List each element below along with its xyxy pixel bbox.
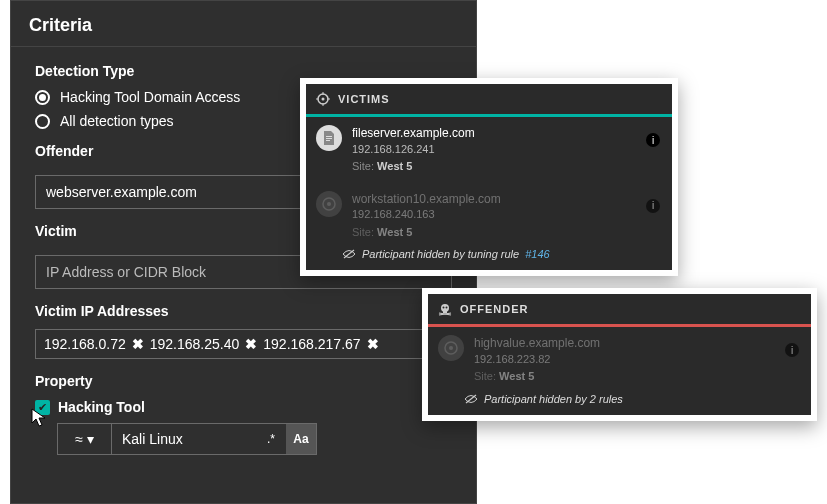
ip-tag-text: 192.168.25.40 <box>150 336 240 352</box>
skull-icon <box>438 302 452 316</box>
remove-tag-button[interactable]: ✖ <box>367 336 379 352</box>
eye-slash-icon <box>342 249 356 259</box>
tuning-rule-link[interactable]: #146 <box>525 248 549 260</box>
ip-tag: 192.168.25.40 ✖ <box>150 336 258 352</box>
entity-site: Site: West 5 <box>474 369 801 384</box>
svg-point-12 <box>441 304 449 312</box>
entity-name: fileserver.example.com <box>352 125 662 142</box>
info-icon[interactable]: i <box>646 199 660 213</box>
operator-symbol: ≈ <box>75 431 83 447</box>
victim-entity-hidden[interactable]: workstation10.example.com 192.168.240.16… <box>306 183 672 249</box>
ip-tag: 192.168.0.72 ✖ <box>44 336 144 352</box>
radio-label: All detection types <box>60 113 174 129</box>
hidden-text: Participant hidden by tuning rule <box>362 248 519 260</box>
victims-card: VICTIMS fileserver.example.com 192.168.1… <box>300 78 678 276</box>
svg-rect-7 <box>326 138 332 139</box>
radio-icon <box>35 114 50 129</box>
offender-header: OFFENDER <box>428 294 811 324</box>
radio-icon <box>35 90 50 105</box>
entity-ip: 192.168.223.82 <box>474 352 801 367</box>
offender-header-text: OFFENDER <box>460 303 529 315</box>
svg-point-14 <box>446 307 448 309</box>
svg-rect-6 <box>326 136 332 137</box>
property-label: Property <box>35 373 452 389</box>
property-value-row: ≈ ▾ Kali Linux .* Aa <box>57 423 317 455</box>
victim-entity[interactable]: fileserver.example.com 192.168.126.241 S… <box>306 117 672 183</box>
device-icon <box>438 335 464 361</box>
hidden-note: Participant hidden by tuning rule #146 <box>306 248 672 270</box>
remove-tag-button[interactable]: ✖ <box>245 336 257 352</box>
entity-ip: 192.168.240.163 <box>352 207 662 222</box>
victims-header-text: VICTIMS <box>338 93 390 105</box>
info-icon[interactable]: i <box>785 343 799 357</box>
svg-point-19 <box>449 346 453 350</box>
info-icon[interactable]: i <box>646 133 660 147</box>
device-icon <box>316 191 342 217</box>
hidden-note: Participant hidden by 2 rules <box>428 393 811 415</box>
entity-site: Site: West 5 <box>352 225 662 240</box>
detection-type-label: Detection Type <box>35 63 452 79</box>
property-checkbox-label: Hacking Tool <box>58 399 145 415</box>
entity-ip: 192.168.126.241 <box>352 142 662 157</box>
ip-tag-text: 192.168.0.72 <box>44 336 126 352</box>
checkbox-icon: ✔ <box>35 400 50 415</box>
entity-site: Site: West 5 <box>352 159 662 174</box>
offender-card: OFFENDER highvalue.example.com 192.168.2… <box>422 288 817 421</box>
svg-rect-8 <box>326 140 330 141</box>
target-icon <box>316 92 330 106</box>
panel-title: Criteria <box>11 1 476 47</box>
victims-header: VICTIMS <box>306 84 672 114</box>
chevron-down-icon: ▾ <box>87 431 94 447</box>
victim-ip-tags-input[interactable]: 192.168.0.72 ✖ 192.168.25.40 ✖ 192.168.2… <box>35 329 452 359</box>
case-toggle[interactable]: Aa <box>286 424 316 454</box>
svg-rect-15 <box>443 311 447 313</box>
radio-label: Hacking Tool Domain Access <box>60 89 240 105</box>
entity-body: fileserver.example.com 192.168.126.241 S… <box>352 125 662 175</box>
property-value-text: Kali Linux <box>122 431 183 447</box>
victim-ips-label: Victim IP Addresses <box>35 303 452 319</box>
operator-dropdown[interactable]: ≈ ▾ <box>58 424 112 454</box>
offender-entity-hidden[interactable]: highvalue.example.com 192.168.223.82 Sit… <box>428 327 811 393</box>
ip-tag-text: 192.168.217.67 <box>263 336 360 352</box>
svg-point-13 <box>443 307 445 309</box>
svg-point-10 <box>327 202 331 206</box>
file-icon <box>316 125 342 151</box>
entity-name: highvalue.example.com <box>474 335 801 352</box>
hidden-text: Participant hidden by 2 rules <box>484 393 623 405</box>
entity-body: highvalue.example.com 192.168.223.82 Sit… <box>474 335 801 385</box>
eye-slash-icon <box>464 394 478 404</box>
regex-toggle[interactable]: .* <box>256 424 286 454</box>
property-checkbox-row[interactable]: ✔ Hacking Tool <box>35 399 452 415</box>
entity-name: workstation10.example.com <box>352 191 662 208</box>
svg-point-1 <box>322 98 325 101</box>
ip-tag: 192.168.217.67 ✖ <box>263 336 378 352</box>
remove-tag-button[interactable]: ✖ <box>132 336 144 352</box>
entity-body: workstation10.example.com 192.168.240.16… <box>352 191 662 241</box>
property-value-input[interactable]: Kali Linux <box>112 424 256 454</box>
